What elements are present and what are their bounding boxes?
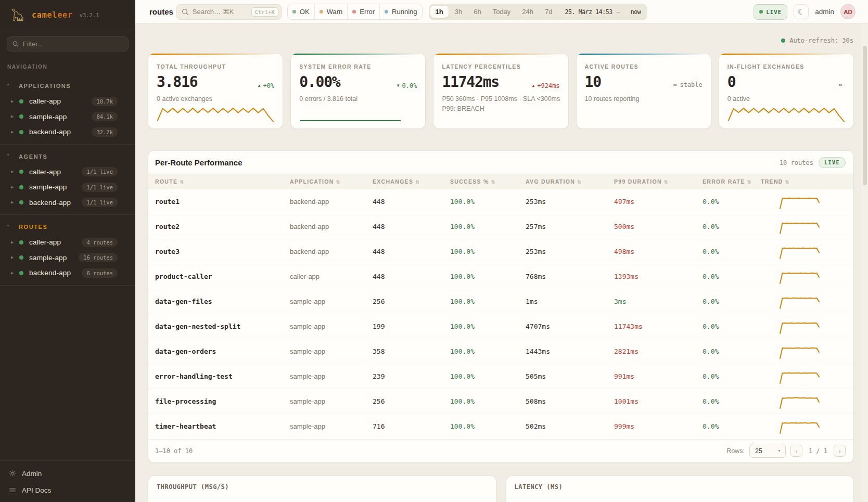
caret-right-icon: ▶ (11, 185, 19, 189)
cell-p99-duration: 11743ms (614, 314, 703, 339)
item-name: caller-app (29, 168, 82, 176)
status-filter-label: Error (360, 8, 375, 16)
sidebar-footer: AdminAPI Docs (0, 460, 135, 502)
table-live-badge: LIVE (819, 157, 846, 168)
cell-p99-duration: 991ms (614, 364, 703, 389)
cell-exchanges: 716 (373, 414, 450, 439)
status-dot-icon (385, 10, 388, 14)
kpi-subtext: P50 360ms · P95 1008ms · SLA <300ms (442, 94, 559, 104)
sort-icon: ⇅ (664, 179, 668, 185)
status-filter-error[interactable]: Error (348, 4, 380, 19)
status-dot-icon (19, 185, 23, 189)
section-label: APPLICATIONS (19, 83, 71, 89)
nav-section-agents: ▼AGENTS▶caller-app1/1 live▶sample-app1/1… (0, 145, 135, 215)
status-filter-warn[interactable]: Warn (315, 4, 348, 19)
time-range-3h[interactable]: 3h (450, 6, 467, 18)
time-range-today[interactable]: Today (488, 6, 516, 18)
cell-trend (761, 264, 853, 289)
global-search[interactable]: Search… ⌘K Ctrl+K (176, 4, 282, 20)
time-range-7d[interactable]: 7d (540, 6, 557, 18)
content: Auto-refresh: 30s TOTAL THROUGHPUT3.816▲… (135, 24, 868, 502)
live-label: LIVE (766, 9, 782, 15)
section-header-applications[interactable]: ▼APPLICATIONS (0, 77, 135, 94)
status-dot-icon (19, 200, 23, 204)
cell-exchanges: 448 (373, 239, 450, 264)
table-row-data-gen-nested-split[interactable]: data-gen-nested-splitsample-app199100.0%… (148, 314, 853, 339)
delta-value: +0% (263, 82, 275, 89)
kpi-card-system-error-rate: SYSTEM ERROR RATE0.00%▼0.0%0 errors / 3.… (291, 54, 425, 128)
section-header-routes[interactable]: ▼ROUTES (0, 218, 135, 235)
column-header-application[interactable]: APPLICATION⇅ (290, 174, 373, 189)
sidebar-filter[interactable] (7, 36, 129, 52)
cell-p99-duration: 500ms (614, 214, 703, 239)
caret-right-icon: ▶ (11, 130, 19, 134)
column-header-success-[interactable]: SUCCESS %⇅ (450, 174, 526, 189)
status-filter-running[interactable]: Running (380, 4, 422, 19)
table-row-file-processing[interactable]: file-processingsample-app256100.0%508ms1… (148, 389, 853, 414)
table-row-product-caller[interactable]: product-callercaller-app448100.0%768ms13… (148, 264, 853, 289)
rows-per-page-select[interactable]: 25 ▼ (749, 444, 786, 458)
sidebar: cameleer v3.2.1 NAVIGATION ▼APPLICATIONS… (0, 0, 135, 502)
charts-row: THROUGHPUT (MSG/S) LATENCY (MS) (148, 476, 853, 502)
scrollbar-thumb[interactable] (863, 46, 867, 185)
chevron-down-icon: ▼ (777, 449, 781, 453)
kpi-value-row: 3.816▲+0% (157, 73, 274, 91)
sidebar-item-caller-app[interactable]: ▶caller-app10.7k (0, 94, 135, 109)
sidebar-item-backend-app[interactable]: ▶backend-app6 routes (0, 265, 135, 281)
nav-section-routes: ▼ROUTES▶caller-app4 routes▶sample-app16 … (0, 215, 135, 286)
cell-application: caller-app (290, 264, 373, 289)
kpi-label: SYSTEM ERROR RATE (299, 63, 417, 70)
cell-success: 100.0% (450, 289, 526, 314)
live-button[interactable]: LIVE (754, 4, 787, 20)
time-range-6h[interactable]: 6h (468, 6, 486, 18)
table-row-timer-heartbeat[interactable]: timer-heartbeatsample-app716100.0%502ms9… (148, 414, 853, 439)
table-row-data-gen-orders[interactable]: data-gen-orderssample-app358100.0%1443ms… (148, 339, 853, 364)
column-header-p99-duration[interactable]: P99 DURATION⇅ (614, 174, 703, 189)
page-title: routes (149, 7, 173, 16)
column-header-avg-duration[interactable]: AVG DURATION⇅ (526, 174, 614, 189)
rows-per-page-label: Rows: (726, 447, 745, 455)
trend-sparkline (779, 220, 820, 235)
sidebar-item-sample-app[interactable]: ▶sample-app1/1 live (0, 179, 135, 195)
sidebar-item-sample-app[interactable]: ▶sample-app16 routes (0, 250, 135, 266)
column-header-error-rate[interactable]: ERROR RATE⇅ (703, 174, 761, 189)
time-range-1h[interactable]: 1h (430, 6, 449, 18)
theme-toggle-button[interactable]: ☾ (794, 4, 809, 19)
scrollbar[interactable] (861, 24, 868, 502)
next-page-button[interactable]: › (834, 445, 846, 457)
status-dot-icon (19, 99, 23, 104)
table-row-route3[interactable]: route3backend-app448100.0%253ms498ms0.0% (148, 239, 853, 264)
item-badge: 10.7k (92, 97, 118, 106)
column-header-trend[interactable]: TREND⇅ (761, 174, 853, 189)
sidebar-item-sample-app[interactable]: ▶sample-app84.1k (0, 109, 135, 125)
throughput-chart-card: THROUGHPUT (MSG/S) (148, 476, 496, 502)
table-row-data-gen-files[interactable]: data-gen-filessample-app256100.0%1ms3ms0… (148, 289, 853, 314)
sidebar-item-caller-app[interactable]: ▶caller-app4 routes (0, 235, 135, 250)
item-name: caller-app (29, 97, 92, 105)
column-header-route[interactable]: ROUTE⇅ (148, 174, 290, 189)
table-row-route1[interactable]: route1backend-app448100.0%253ms497ms0.0% (148, 189, 853, 214)
item-badge: 32.2k (92, 127, 118, 137)
delta-direction-icon: ⇔ (673, 81, 678, 88)
table-row-route2[interactable]: route2backend-app448100.0%257ms500ms0.0% (148, 214, 853, 239)
prev-page-button[interactable]: ‹ (790, 445, 802, 457)
avatar[interactable]: AD (840, 4, 856, 19)
cell-avg-duration: 253ms (526, 239, 614, 264)
kpi-value: 0.00% (299, 73, 340, 91)
sidebar-item-caller-app[interactable]: ▶caller-app1/1 live (0, 164, 135, 180)
cell-success: 100.0% (450, 214, 526, 239)
cell-error-rate: 0.0% (703, 239, 761, 264)
sidebar-footer-api-docs[interactable]: API Docs (0, 482, 135, 498)
trend-sparkline (779, 294, 820, 310)
sidebar-footer-admin[interactable]: Admin (0, 465, 135, 482)
autorefresh-status: Auto-refresh: 30s (148, 24, 853, 54)
time-range-24h[interactable]: 24h (517, 6, 539, 18)
sidebar-item-backend-app[interactable]: ▶backend-app1/1 live (0, 195, 135, 211)
column-header-exchanges[interactable]: EXCHANGES⇅ (373, 174, 450, 189)
item-badge: 84.1k (92, 112, 118, 121)
table-row-error-handling-test[interactable]: error-handling-testsample-app239100.0%50… (148, 364, 853, 389)
sidebar-item-backend-app[interactable]: ▶backend-app32.2k (0, 124, 135, 140)
section-header-agents[interactable]: ▼AGENTS (0, 148, 135, 164)
filter-input[interactable] (23, 40, 123, 48)
status-filter-ok[interactable]: OK (288, 4, 315, 19)
